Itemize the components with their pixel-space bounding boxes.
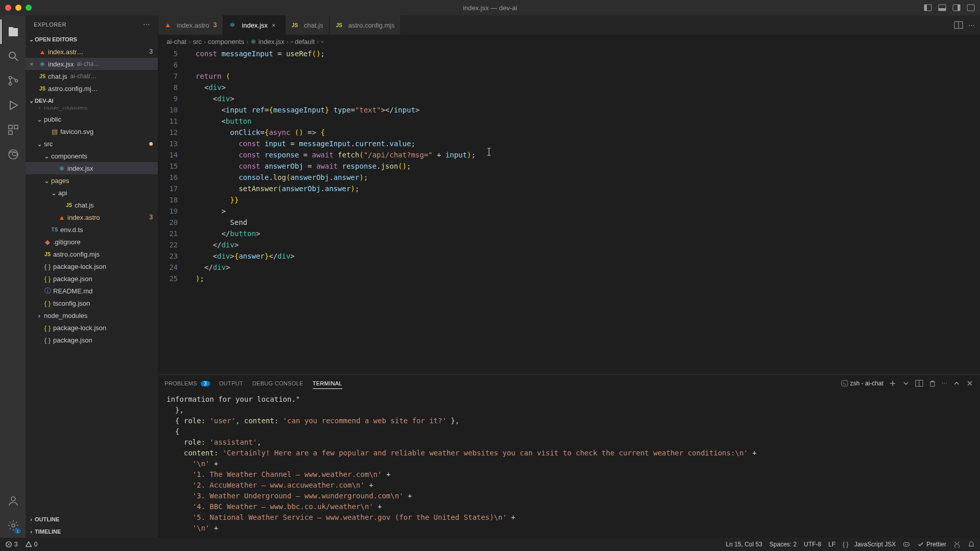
window-maximize[interactable]	[26, 5, 32, 11]
folder-item[interactable]: ›node_modules	[26, 309, 158, 322]
status-errors[interactable]: 3	[5, 541, 18, 548]
code-line[interactable]: <div>	[187, 93, 980, 104]
file-item[interactable]: JSchat.js	[26, 199, 158, 211]
section-project[interactable]: ⌄DEV-AI	[26, 95, 158, 107]
activity-debug[interactable]	[1, 93, 25, 118]
open-editor-item[interactable]: ▲index.astr…3	[26, 45, 158, 58]
file-item[interactable]: TSenv.d.ts	[26, 223, 158, 236]
activity-account[interactable]	[1, 489, 25, 513]
code-line[interactable]: <input ref={messageInput} type="text"></…	[187, 104, 980, 116]
code-line[interactable]: const answerObj = await response.json();	[187, 160, 980, 172]
breadcrumb-item[interactable]: src	[193, 38, 201, 45]
code-line[interactable]	[187, 59, 980, 71]
close-icon[interactable]: ×	[30, 60, 38, 68]
breadcrumb-item[interactable]: ⚛ index.jsx	[250, 38, 284, 45]
file-item[interactable]: { }package.json	[26, 272, 158, 285]
code-line[interactable]: </div>	[187, 239, 980, 250]
status-encoding[interactable]: UTF-8	[804, 541, 821, 548]
code-line[interactable]: return (	[187, 71, 980, 82]
panel-more-icon[interactable]: ⋯	[942, 380, 947, 387]
file-item[interactable]: { }package-lock.json	[26, 322, 158, 334]
code-line[interactable]: const input = messageInput.current.value…	[187, 138, 980, 149]
status-language[interactable]: { } JavaScript JSX	[843, 541, 896, 548]
code-line[interactable]: const response = await fetch("/api/chat?…	[187, 149, 980, 160]
file-item[interactable]: { }package.json	[26, 334, 158, 346]
status-prettier[interactable]: Prettier	[917, 541, 946, 548]
terminal-dropdown-icon[interactable]	[902, 379, 910, 387]
file-item[interactable]: ⚛index.jsx	[26, 162, 158, 174]
close-panel-icon[interactable]	[966, 379, 974, 387]
panel-right-icon[interactable]	[952, 4, 961, 12]
kill-terminal-icon[interactable]	[928, 379, 937, 387]
status-bell-icon[interactable]	[968, 541, 975, 548]
section-timeline[interactable]: ›TIMELINE	[26, 525, 158, 538]
editor-tab[interactable]: ▲index.astro3	[158, 15, 223, 35]
activity-scm[interactable]	[1, 68, 25, 93]
code-line[interactable]: </div>	[187, 262, 980, 273]
panel-tab-problems[interactable]: PROBLEMS 3	[165, 378, 210, 388]
status-position[interactable]: Ln 15, Col 53	[726, 541, 762, 548]
open-editor-item[interactable]: JSchat.jsai-chat/…	[26, 70, 158, 82]
folder-item[interactable]: ⌄public	[26, 113, 158, 125]
section-open-editors[interactable]: ⌄OPEN EDITORS	[26, 33, 158, 45]
activity-extensions[interactable]	[1, 118, 25, 142]
status-feedback-icon[interactable]	[953, 541, 961, 548]
folder-item[interactable]: ⌄api	[26, 187, 158, 199]
panel-tab-output[interactable]: OUTPUT	[219, 378, 243, 388]
code-line[interactable]: <div>	[187, 82, 980, 93]
breadcrumbs[interactable]: ai-chat›src›components›⚛ index.jsx›▫ def…	[158, 35, 980, 48]
breadcrumb-item[interactable]: components	[208, 38, 244, 45]
window-close[interactable]	[5, 5, 11, 11]
status-warnings[interactable]: 0	[25, 541, 38, 548]
code-line[interactable]: );	[187, 273, 980, 284]
close-icon[interactable]: ×	[272, 21, 279, 29]
file-item[interactable]: ◆.gitignore	[26, 236, 158, 248]
window-minimize[interactable]	[15, 5, 21, 11]
folder-item[interactable]: ›node_modules	[26, 107, 158, 113]
activity-settings[interactable]: 1	[1, 513, 25, 538]
code-line[interactable]: </button>	[187, 228, 980, 239]
breadcrumb-item[interactable]: ▫	[321, 38, 323, 45]
tab-more-icon[interactable]: ⋯	[968, 21, 975, 29]
activity-search[interactable]	[1, 44, 25, 68]
activity-explorer[interactable]	[1, 19, 25, 44]
editor-tab[interactable]: ⚛index.jsx×	[223, 15, 286, 35]
code-line[interactable]: <div>{answer}</div>	[187, 250, 980, 262]
split-editor-icon[interactable]	[954, 20, 963, 30]
status-spaces[interactable]: Spaces: 2	[769, 541, 797, 548]
file-item[interactable]: ▲index.astro3	[26, 211, 158, 223]
code-line[interactable]: console.log(answerObj.answer);	[187, 172, 980, 183]
layout-icon[interactable]	[967, 4, 975, 12]
section-outline[interactable]: ›OUTLINE	[26, 513, 158, 525]
breadcrumb-item[interactable]: ai-chat	[167, 38, 186, 45]
terminal-output[interactable]: information for your location." }, { rol…	[158, 392, 980, 538]
file-item[interactable]: { }tsconfig.json	[26, 297, 158, 309]
status-copilot-icon[interactable]	[903, 541, 910, 548]
file-item[interactable]: ⓘREADME.md	[26, 285, 158, 297]
file-item[interactable]: ▧favicon.svg	[26, 125, 158, 137]
status-eol[interactable]: LF	[828, 541, 835, 548]
folder-item[interactable]: ⌄src	[26, 137, 158, 150]
sidebar-more-icon[interactable]: ⋯	[143, 20, 150, 28]
folder-item[interactable]: ⌄components	[26, 150, 158, 162]
code-line[interactable]: const messageInput = useRef();	[187, 48, 980, 59]
file-item[interactable]: { }package-lock.json	[26, 260, 158, 272]
code-line[interactable]: Send	[187, 217, 980, 228]
panel-bottom-icon[interactable]	[938, 4, 946, 12]
panel-tab-debug[interactable]: DEBUG CONSOLE	[252, 378, 304, 388]
code-line[interactable]: }}	[187, 194, 980, 205]
open-editor-item[interactable]: ×⚛index.jsxai-cha…	[26, 58, 158, 70]
code-line[interactable]: >	[187, 205, 980, 217]
editor-tab[interactable]: JSchat.js	[286, 15, 330, 35]
panel-tab-terminal[interactable]: TERMINAL	[313, 378, 342, 389]
activity-edge[interactable]	[1, 142, 25, 167]
file-item[interactable]: JSastro.config.mjs	[26, 248, 158, 260]
breadcrumb-item[interactable]: ▫ default	[291, 38, 315, 45]
split-terminal-icon[interactable]	[915, 379, 923, 387]
code-line[interactable]: setAnswer(answerObj.answer);	[187, 183, 980, 194]
panel-left-icon[interactable]	[924, 4, 932, 12]
editor-tab[interactable]: JSastro.config.mjs	[330, 15, 401, 35]
code-line[interactable]: onClick={async () => {	[187, 127, 980, 138]
code-line[interactable]: <button	[187, 116, 980, 127]
new-terminal-icon[interactable]	[889, 379, 897, 387]
